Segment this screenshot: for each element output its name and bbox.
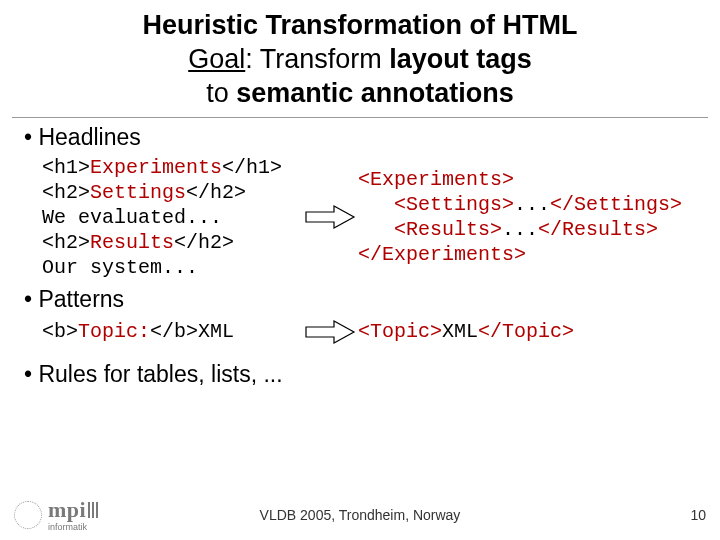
goal-line1-bold: layout tags (389, 44, 532, 74)
bullet-rules: Rules for tables, lists, ... (24, 361, 702, 388)
goal-line2-pre: to (206, 78, 236, 108)
bullet-headlines: Headlines (24, 124, 702, 151)
logo-subtext: informatik (48, 523, 98, 532)
slide-body: Headlines <h1>Experiments</h1> <h2>Setti… (0, 124, 720, 388)
slide-goal: Goal: Transform layout tags to semantic … (0, 43, 720, 111)
slide: Heuristic Transformation of HTML Goal: T… (0, 0, 720, 540)
goal-label: Goal (188, 44, 245, 74)
headlines-left-code: <h1>Experiments</h1> <h2>Settings</h2> W… (42, 155, 302, 280)
slide-title: Heuristic Transformation of HTML (0, 0, 720, 41)
divider (12, 117, 708, 118)
arrow-icon (304, 317, 356, 347)
arrow-headlines (302, 202, 358, 232)
goal-line1-rest: : Transform (245, 44, 389, 74)
patterns-right-code: <Topic>XML</Topic> (358, 319, 702, 344)
headlines-right-code: <Experiments> <Settings>...</Settings> <… (358, 167, 702, 267)
bullet-patterns: Patterns (24, 286, 702, 313)
goal-line2-bold: semantic annotations (236, 78, 514, 108)
headlines-example: <h1>Experiments</h1> <h2>Settings</h2> W… (42, 155, 702, 280)
footer: mpi informatik VLDB 2005, Trondheim, Nor… (0, 497, 720, 532)
arrow-icon (304, 202, 356, 232)
patterns-example: <b>Topic:</b>XML <Topic>XML</Topic> (42, 317, 702, 347)
footer-venue: VLDB 2005, Trondheim, Norway (0, 507, 720, 523)
svg-marker-1 (306, 321, 354, 343)
arrow-patterns (302, 317, 358, 347)
patterns-left-code: <b>Topic:</b>XML (42, 319, 302, 344)
svg-marker-0 (306, 206, 354, 228)
